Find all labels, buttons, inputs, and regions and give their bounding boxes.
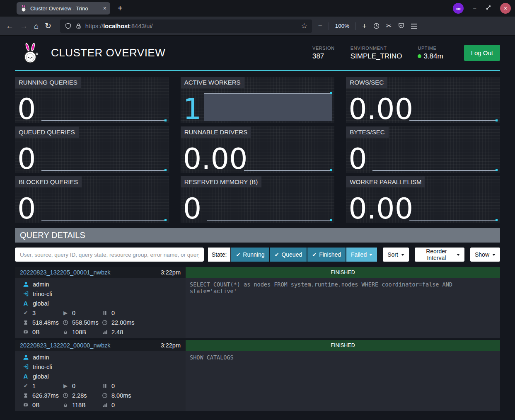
query-details-header: QUERY DETAILS	[15, 228, 500, 243]
query-meta: admin trino-cli Aglobal ✔1 ▶0 0 626.37ms…	[15, 351, 186, 411]
new-tab-button[interactable]: +	[118, 4, 123, 13]
elapsed-time-clock-icon	[62, 393, 69, 398]
clock-icon	[373, 22, 380, 29]
tile-value: 0.00	[348, 95, 413, 123]
sort-label: Sort	[387, 251, 398, 258]
completed-splits-check-icon: ✔	[22, 383, 29, 389]
zoom-out-button[interactable]: −	[318, 22, 322, 29]
resource-group-icon: A	[22, 373, 29, 380]
query-status-badge: FINISHED	[186, 267, 500, 278]
source-sign-in-icon	[22, 291, 29, 297]
logout-button[interactable]: Log Out	[464, 45, 500, 61]
state-filter-queued[interactable]: ✔ Queued	[270, 248, 307, 262]
tile-bytes-sec: BYTES/SEC 0	[346, 126, 500, 173]
query-search-input[interactable]	[15, 248, 204, 262]
bookmark-star-icon[interactable]: ☆	[301, 22, 307, 30]
pocket-button[interactable]	[398, 22, 405, 29]
tile-label: BYTES/SEC	[346, 126, 388, 138]
forward-button[interactable]: →	[20, 22, 28, 30]
running-splits: 0	[72, 383, 75, 389]
query-id-link[interactable]: 20220823_132202_00000_nwbzk	[20, 342, 111, 349]
query-meta: admin trino-cli Aglobal ✔3 ▶0 0 518.48ms…	[15, 278, 186, 338]
window-close-button[interactable]: ×	[500, 3, 511, 14]
uptime-info: UPTIME 3.84m	[418, 46, 443, 61]
environment-info: ENVIRONMENT SIMPLE_TRINO	[351, 46, 402, 61]
uptime-status-dot	[418, 54, 421, 58]
screenshot-button[interactable]: ✂	[386, 22, 392, 30]
tile-rows-sec: ROWS/SEC 0.00	[346, 77, 500, 123]
tile-active-workers: ACTIVE WORKERS 1	[181, 77, 335, 123]
query-sql-text[interactable]: SELECT COUNT(*) as nodes FROM system.run…	[186, 278, 500, 338]
shield-icon[interactable]	[65, 22, 72, 29]
back-button[interactable]: ←	[6, 22, 14, 30]
window-minimize-button[interactable]: −	[473, 5, 476, 12]
trino-cluster-overview-page: CLUSTER OVERVIEW VERSION 387 ENVIRONMENT…	[0, 36, 515, 411]
state-button-label: Running	[243, 251, 264, 258]
completed-splits: 3	[32, 310, 36, 316]
show-label: Show	[475, 251, 489, 258]
tile-label: ACTIVE WORKERS	[181, 77, 244, 88]
cumulative-memory: 108B	[72, 329, 86, 335]
cpu-time-gauge-icon	[102, 320, 108, 325]
completed-splits-check-icon: ✔	[22, 310, 29, 316]
cumulative-memory-flame-icon	[62, 402, 69, 408]
url-bar[interactable]: https://localhost:8443/ui/ ☆	[60, 19, 312, 33]
tile-reserved-memory: RESERVED MEMORY (B) 0	[181, 176, 335, 223]
zoom-in-button[interactable]: +	[362, 22, 367, 30]
wall-time-hourglass-icon	[22, 393, 29, 398]
pocket-icon	[398, 22, 405, 29]
parallelism: 2.48	[111, 329, 123, 335]
reorder-interval-label: Reorder Interval	[419, 248, 454, 261]
tile-value: 0	[17, 145, 36, 173]
tile-label: QUEUED QUERIES	[15, 126, 79, 138]
query-source: trino-cli	[33, 364, 52, 370]
queued-splits: 0	[111, 383, 115, 389]
state-filter-finished[interactable]: ✔ Finished	[307, 248, 346, 262]
page-header: CLUSTER OVERVIEW VERSION 387 ENVIRONMENT…	[15, 36, 500, 71]
check-icon: ✔	[312, 252, 317, 258]
show-dropdown[interactable]: Show	[470, 248, 500, 262]
sparkline	[207, 220, 332, 221]
browser-tab[interactable]: Cluster Overview - Trino ×	[17, 2, 110, 15]
state-button-label: Failed	[351, 251, 367, 258]
query-id-link[interactable]: 20220823_132205_00001_nwbzk	[20, 269, 111, 276]
window-maximize-button[interactable]	[486, 5, 491, 12]
sort-dropdown[interactable]: Sort	[383, 248, 409, 262]
profile-avatar[interactable]: ∞	[453, 3, 464, 14]
tile-value: 0	[17, 195, 36, 223]
caret-down-icon	[457, 254, 460, 256]
tab-close-icon[interactable]: ×	[103, 5, 106, 12]
url-path: :8443/ui/	[130, 23, 153, 29]
query-user: admin	[33, 354, 49, 361]
toolbar-separator	[329, 22, 329, 30]
cpu-time: 8.00ms	[111, 392, 131, 399]
sparkline	[41, 170, 167, 171]
check-icon: ✔	[236, 252, 240, 258]
sparkline-area	[204, 93, 332, 121]
home-button[interactable]: ⌂	[34, 22, 39, 30]
reorder-interval-dropdown[interactable]: Reorder Interval	[415, 248, 464, 262]
reload-button[interactable]: ↻	[45, 22, 51, 30]
caret-down-icon	[401, 254, 404, 256]
state-filter-label: State:	[208, 248, 231, 262]
query-filter-bar: State: ✔ Running ✔ Queued ✔ Finished Fai…	[15, 248, 500, 262]
query-time: 3:22pm	[161, 269, 181, 276]
source-sign-in-icon	[22, 364, 29, 370]
state-button-label: Queued	[281, 251, 302, 258]
lock-warning-icon[interactable]	[75, 23, 82, 29]
query-sql-text[interactable]: SHOW CATALOGS	[186, 351, 500, 411]
maximize-icon	[486, 5, 491, 10]
check-icon: ✔	[274, 252, 279, 258]
history-button[interactable]	[373, 22, 380, 29]
state-filter-failed-dropdown[interactable]: Failed	[346, 248, 377, 262]
menu-button[interactable]	[411, 24, 417, 29]
wall-time: 626.37ms	[32, 392, 59, 399]
queued-splits-pause-icon	[102, 383, 108, 388]
zoom-level[interactable]: 100%	[335, 23, 350, 29]
sparkline	[244, 170, 332, 171]
current-memory: 0B	[32, 402, 40, 408]
url-text[interactable]: https://localhost:8443/ui/	[85, 23, 297, 29]
queued-splits: 0	[111, 310, 115, 316]
state-filter-running[interactable]: ✔ Running	[231, 248, 269, 262]
user-icon	[22, 354, 29, 360]
